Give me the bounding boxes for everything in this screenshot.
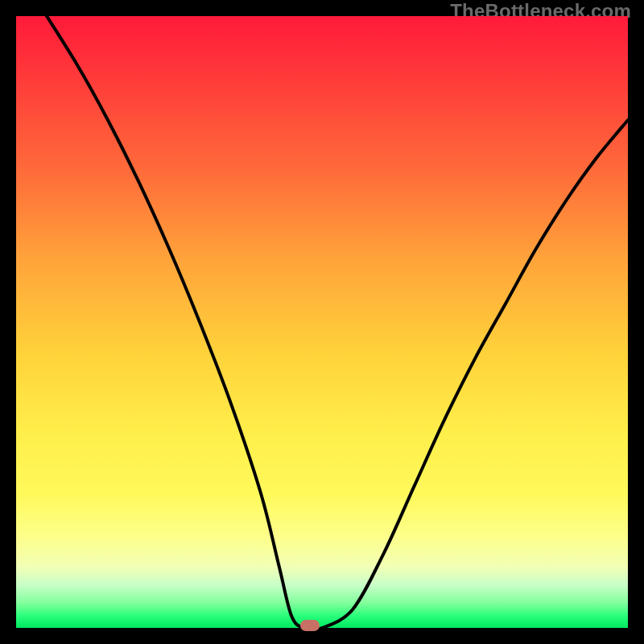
chart-frame [16, 16, 628, 628]
minimum-marker [300, 620, 320, 631]
bottleneck-curve-path [47, 16, 628, 628]
chart-curve-svg [16, 16, 628, 628]
